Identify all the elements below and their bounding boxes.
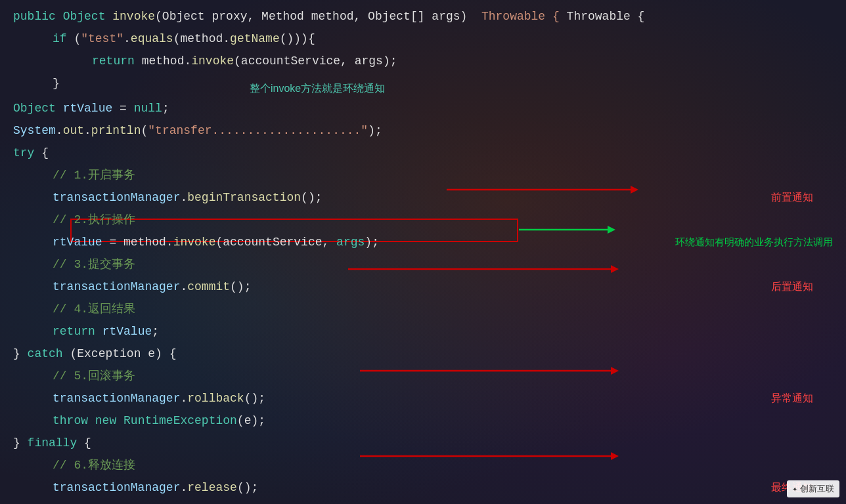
keyword-public: public: [13, 5, 63, 28]
paren-open: (: [74, 28, 81, 50]
type-object2: Object: [13, 97, 63, 119]
code-line-15: return rtValue ;: [0, 320, 846, 343]
rollback-paren: ();: [244, 387, 265, 410]
annotation-invoke: 整个invoke方法就是环绕通知: [250, 77, 385, 100]
dot-println: .: [84, 119, 91, 142]
semicolon1: ;: [162, 97, 169, 119]
code-line-4: }: [0, 72, 846, 94]
system-out: System: [13, 119, 56, 142]
type-object: Object: [63, 5, 113, 28]
brace-close2: }: [13, 343, 28, 365]
keyword-finally: finally: [28, 432, 84, 454]
label-around: 环绕通知有明确的业务执行方法调用: [675, 231, 833, 253]
field-out: out: [63, 119, 84, 142]
invoke-args2: (accountService,: [215, 231, 336, 253]
assign2: = method.: [102, 231, 173, 253]
dot-release: .: [180, 476, 187, 499]
method-println: println: [91, 119, 141, 142]
code-line-10: // 2.执行操作: [0, 209, 846, 231]
code-line-14: // 4.返回结果: [0, 298, 846, 320]
method-invoke: invoke: [112, 5, 155, 28]
code-line-23: }: [0, 499, 846, 504]
string-transfer: "transfer.....................": [148, 119, 368, 142]
code-line-7: try {: [0, 142, 846, 164]
code-line-8: // 1.开启事务: [0, 164, 846, 186]
code-line-19: throw new RuntimeException (e);: [0, 410, 846, 432]
rte-paren: (e);: [237, 410, 265, 432]
code-line-16: } catch (Exception e) {: [0, 343, 846, 365]
invoke-args1: (accountService, args);: [234, 50, 397, 72]
watermark-icon: ✦: [792, 484, 797, 494]
method-invoke2: invoke: [173, 231, 216, 253]
assign-null: =: [112, 97, 133, 119]
string-test: "test": [81, 28, 123, 50]
release-paren: ();: [237, 476, 258, 499]
method-getname-call: (method.: [173, 28, 230, 50]
brace-close3: }: [13, 432, 28, 454]
finally-brace: {: [84, 432, 91, 454]
dot1: .: [123, 28, 131, 50]
keyword-null: null: [134, 97, 162, 119]
arg-args: args: [336, 231, 365, 253]
keyword-throws: Throwable {: [474, 5, 560, 28]
tx-manager2: transactionManager: [53, 276, 180, 298]
code-line-18: transactionManager . rollback (); 异常通知: [0, 387, 846, 410]
comment-1: // 1.开启事务: [53, 164, 135, 186]
method-equals: equals: [131, 28, 173, 50]
code-line-17: // 5.回滚事务: [0, 365, 846, 387]
code-container: public Object invoke (Object proxy, Meth…: [0, 0, 846, 504]
dot-out: .: [56, 119, 63, 142]
comment-5: // 5.回滚事务: [53, 365, 135, 387]
method-commit: commit: [187, 276, 230, 298]
brace-close4: }: [13, 499, 20, 504]
comment-4: // 4.返回结果: [53, 298, 135, 320]
code-line-20: } finally {: [0, 432, 846, 454]
params: (Object proxy, Method method, Object[] a…: [155, 5, 474, 28]
println-close: );: [368, 119, 382, 142]
code-line-2: if ( "test" . equals (method. getName ()…: [0, 28, 846, 50]
semicolon-return: ;: [152, 320, 159, 343]
code-line-12: // 3.提交事务: [0, 253, 846, 276]
brace-close1: }: [53, 72, 60, 94]
method-release: release: [187, 476, 237, 499]
tx-manager1: transactionManager: [53, 186, 180, 209]
keyword-throw: throw: [53, 410, 95, 432]
code-line-21: // 6.释放连接: [0, 454, 846, 476]
method-getname: getName: [230, 28, 280, 50]
label-before: 前置通知: [771, 186, 813, 209]
code-line-9: transactionManager . beginTransaction ()…: [0, 186, 846, 209]
code-line-5: Object rtValue = null ;: [0, 97, 846, 119]
dot-begin: .: [180, 186, 187, 209]
code-line-13: transactionManager . commit (); 后置通知: [0, 276, 846, 298]
keyword-catch: catch: [28, 343, 70, 365]
method-invoke-name: invoke: [191, 50, 234, 72]
keyword-try: try: [13, 142, 41, 164]
code-line-6: System . out . println ( "transfer......…: [0, 119, 846, 142]
comment-3: // 3.提交事务: [53, 253, 135, 276]
invoke-close: );: [365, 231, 379, 253]
comment-6: // 6.释放连接: [53, 454, 135, 476]
annotation-text: 整个invoke方法就是环绕通知: [250, 83, 385, 94]
dot-commit: .: [180, 276, 187, 298]
var-rtvalue3: rtValue: [102, 320, 152, 343]
watermark-text: 创新互联: [800, 483, 834, 495]
method-begin: beginTransaction: [187, 186, 301, 209]
begin-paren: ();: [301, 186, 322, 209]
method-invoke-call: method.: [142, 50, 192, 72]
var-rtvalue2: rtValue: [53, 231, 102, 253]
method-rollback: rollback: [187, 387, 244, 410]
code-line-11: rtValue = method. invoke (accountService…: [0, 231, 846, 253]
commit-paren: ();: [230, 276, 251, 298]
code-line-1: public Object invoke (Object proxy, Meth…: [0, 5, 846, 28]
keyword-new: new: [95, 410, 123, 432]
type-runtimeexception: RuntimeException: [123, 410, 237, 432]
keyword-return1: return: [92, 50, 142, 72]
keyword-return2: return: [53, 320, 102, 343]
label-after: 后置通知: [771, 276, 813, 298]
throwable: Throwable {: [560, 5, 645, 28]
paren-close: ())){: [280, 28, 315, 50]
code-line-22: transactionManager . release (); 最终通知: [0, 476, 846, 499]
try-brace: {: [41, 142, 49, 164]
var-rtvalue: rtValue: [63, 97, 113, 119]
code-line-3: return method. invoke (accountService, a…: [0, 50, 846, 72]
